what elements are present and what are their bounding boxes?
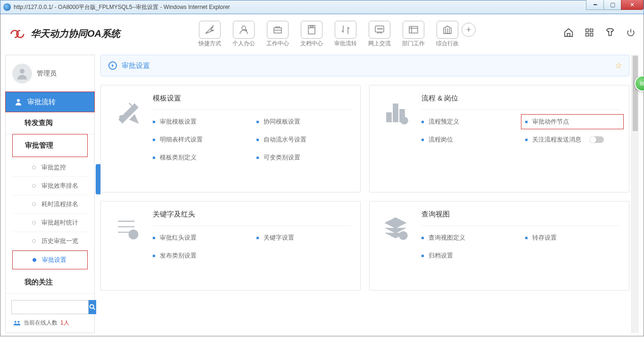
nav-icon [267,21,289,39]
card-icon [101,201,153,290]
nav-label: 审批流转 [331,40,360,48]
nav-item-1[interactable]: 个人办公 [230,21,258,48]
sidebar-item[interactable]: 历史审批一览 [12,232,88,250]
svg-rect-4 [310,25,313,27]
sidebar-item-label: 耗时流程排名 [41,200,78,209]
topbar: 华天动力协同OA系统 快捷方式个人办公工作中心文档中心审批流转网上交流部门工作综… [3,17,641,55]
settings-card: 模板设置审批模板设置协同模板设置明细表样式设置自动流水号设置模板类别定义可变类别… [100,85,361,192]
settings-card: 查询视图查询视图定义转存设置归档设置 [369,201,629,291]
window-close-button[interactable]: ✕ [621,0,644,10]
sidebar-item[interactable]: 审批效率排名 [12,177,88,195]
card-link[interactable]: 查询视图定义 [421,234,516,242]
nav-icon [199,21,221,39]
sidebar-item[interactable]: 审批超时统计 [12,214,88,232]
toggle-switch[interactable] [590,136,604,143]
skin-icon[interactable] [605,27,615,38]
svg-rect-13 [590,33,593,36]
nav-label: 网上交流 [365,40,394,48]
card-link[interactable]: 协同模板设置 [256,117,351,126]
svg-point-7 [380,28,380,29]
card-link[interactable]: 归档设置 [421,251,516,260]
breadcrumb-arrow-icon [108,61,117,70]
logo-text: 华天动力协同OA系统 [31,27,120,40]
svg-rect-21 [393,104,397,122]
card-link[interactable]: 自动流水号设置 [256,135,351,144]
user-name: 管理员 [37,69,57,78]
sidebar-search-input[interactable] [11,300,89,314]
power-icon[interactable] [626,27,636,38]
card-link[interactable]: 审批模板设置 [153,117,247,126]
card-link[interactable]: 关键字设置 [256,234,351,242]
user-icon [14,98,23,106]
nav-icon [403,21,424,39]
home-icon[interactable] [563,27,574,38]
svg-point-19 [120,116,123,119]
card-link[interactable]: 模板类别定义 [153,153,247,162]
apps-icon[interactable] [584,27,594,38]
nav-item-5[interactable]: 网上交流 [365,21,394,48]
sidebar-primary-label: 审批流转 [27,98,56,107]
nav-item-2[interactable]: 工作中心 [264,21,292,48]
svg-point-14 [20,69,25,74]
sidebar-group[interactable]: 审批管理 [12,134,88,157]
breadcrumb-bar: 审批设置 ☆ [100,55,629,76]
svg-rect-12 [586,33,589,36]
card-title: 模板设置 [153,94,351,110]
nav-item-4[interactable]: 审批流转 [331,21,360,48]
nav-label: 快捷方式 [196,40,224,48]
favorite-star-icon[interactable]: ☆ [615,60,622,71]
sidebar-item-label: 审批超时统计 [41,218,78,227]
sidebar-item[interactable]: 审批设置 [12,250,88,269]
sidebar-group[interactable]: 转发查阅 [6,112,94,134]
window-maximize-button[interactable]: ▢ [603,0,621,10]
sidebar-item-label: 历史审批一览 [41,237,78,245]
card-icon [370,85,421,192]
card-link[interactable]: 审批动作节点 [521,114,624,129]
nav-icon [369,21,390,39]
svg-point-0 [242,26,246,30]
nav-label: 部门工作 [399,40,428,48]
nav-icon [335,21,356,39]
svg-point-15 [17,99,20,102]
card-link[interactable]: 可变类别设置 [256,153,351,162]
bullet-icon [32,166,36,169]
sidebar-item[interactable]: 审批监控 [12,158,88,177]
svg-point-17 [15,321,17,323]
card-link[interactable]: 流程岗位 [421,135,516,144]
nav-item-7[interactable]: 综合行政 [433,21,462,48]
content-scrollbar[interactable] [631,55,639,333]
sidebar-collapse-handle[interactable] [96,164,100,194]
card-link[interactable]: 发布类别设置 [153,251,247,260]
nav-item-6[interactable]: 部门工作 [399,21,428,48]
card-link[interactable]: 审批红头设置 [153,234,247,242]
nav-item-0[interactable]: 快捷方式 [196,21,224,48]
logo: 华天动力协同OA系统 [8,27,120,40]
nav-label: 个人办公 [230,40,258,48]
nav-icon [437,21,458,39]
svg-rect-20 [387,113,391,122]
card-title: 流程 & 岗位 [421,94,619,110]
window-titlebar: http://127.0.0.1/ - OA8000平台版_FPLMYSQL5-… [0,0,644,14]
card-link[interactable]: 流程预定义 [421,117,516,126]
nav-icon [301,21,322,39]
window-minimize-button[interactable]: ━ [586,0,604,10]
card-link[interactable]: 明细表样式设置 [153,135,247,144]
card-link[interactable]: 转存设置 [525,234,619,242]
nav-item-3[interactable]: 文档中心 [297,21,326,48]
sidebar-group[interactable]: 我的关注 [6,271,94,294]
sidebar-item[interactable]: 耗时流程排名 [12,195,88,214]
ie-icon [3,3,11,11]
sidebar-item-label: 审批设置 [42,256,66,264]
sidebar-item-label: 审批效率排名 [41,182,78,190]
sidebar-item-label: 审批监控 [41,163,66,172]
sidebar-search-button[interactable] [89,300,96,314]
breadcrumb-text: 审批设置 [122,61,150,70]
card-icon [370,201,421,290]
card-icon [101,85,153,192]
nav-add-button[interactable]: + [462,23,476,37]
svg-rect-11 [590,29,593,32]
scrollbar-thumb[interactable] [633,56,638,131]
sidebar-primary-button[interactable]: 审批流转 [5,92,95,112]
bullet-icon [32,184,36,188]
card-link[interactable]: 关注流程发送消息 [525,135,619,144]
